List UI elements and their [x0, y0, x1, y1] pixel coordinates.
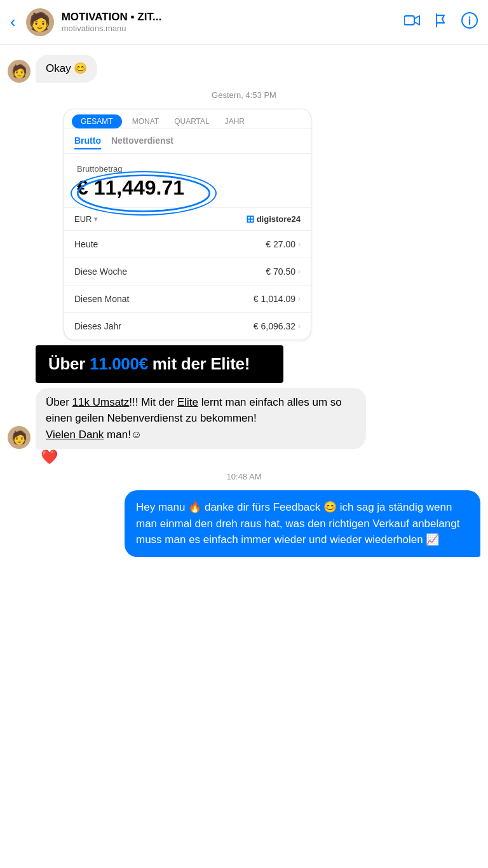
banner-text: Über 11.000€ mit der Elite!	[48, 354, 250, 373]
flag-icon[interactable]	[435, 13, 447, 32]
sent-message-bubble: Hey manu 🔥 danke dir fürs Feedback 😊 ich…	[125, 490, 480, 557]
tab-quartal[interactable]: QUARTAL	[169, 114, 215, 128]
tab-monat[interactable]: MONAT	[127, 114, 164, 128]
toggle-brutto[interactable]: Brutto	[74, 135, 101, 149]
info-icon[interactable]	[461, 12, 478, 32]
amount-value: € 11,449.71	[77, 176, 184, 200]
chat-area: 🧑 Okay 😊 Gestern, 4:53 PM GESAMT MONAT Q…	[0, 45, 488, 577]
currency-label: EUR ▾	[74, 214, 98, 224]
svg-rect-0	[404, 16, 414, 25]
sender-avatar: 🧑	[8, 60, 30, 83]
back-button[interactable]: ‹	[10, 12, 16, 32]
toggle-row: Brutto Nettoverdienst	[64, 129, 311, 154]
video-call-icon[interactable]	[404, 14, 421, 31]
amount-label: Bruttobetrag	[77, 164, 298, 174]
sent-message-row: Hey manu 🔥 danke dir fürs Feedback 😊 ich…	[8, 490, 480, 557]
header-title: MOTIVATION ▪ ZIT...	[62, 11, 396, 24]
message-row-long: 🧑 Über 11k Umsatz!!! Mit der Elite lernt…	[8, 388, 480, 450]
currency-row: EUR ▾ ⊞ digistore24	[64, 207, 311, 230]
timestamp-2: 10:48 AM	[8, 472, 480, 481]
message-bubble-long: Über 11k Umsatz!!! Mit der Elite lernt m…	[36, 388, 366, 450]
timestamp-1: Gestern, 4:53 PM	[8, 90, 480, 100]
card-row-dieses-jahr[interactable]: Dieses Jahr € 6,096.32 ›	[64, 312, 311, 340]
screenshot-card-container: GESAMT MONAT QUARTAL JAHR Brutto Nettove…	[36, 109, 480, 340]
header-info: MOTIVATION ▪ ZIT... motivations.manu	[62, 11, 396, 33]
card-row-diesen-monat[interactable]: Diesen Monat € 1,014.09 ›	[64, 285, 311, 312]
message-row-okay: 🧑 Okay 😊	[8, 55, 480, 83]
toggle-netto[interactable]: Nettoverdienst	[111, 135, 173, 149]
reaction-heart: ❤️	[41, 449, 480, 465]
contact-avatar: 🧑	[26, 8, 54, 36]
sender-avatar-2: 🧑	[8, 426, 30, 449]
digistore-screenshot: GESAMT MONAT QUARTAL JAHR Brutto Nettove…	[64, 109, 311, 340]
card-row-heute[interactable]: Heute € 27.00 ›	[64, 230, 311, 258]
black-banner: Über 11.000€ mit der Elite!	[36, 345, 283, 383]
card-tab-row: GESAMT MONAT QUARTAL JAHR	[64, 109, 311, 129]
tab-gesamt[interactable]: GESAMT	[72, 114, 122, 128]
tab-jahr[interactable]: JAHR	[220, 114, 250, 128]
svg-point-2	[469, 16, 470, 17]
chat-header: ‹ 🧑 MOTIVATION ▪ ZIT... motivations.manu	[0, 0, 488, 45]
card-row-diese-woche[interactable]: Diese Woche € 70.50 ›	[64, 258, 311, 285]
message-bubble-okay: Okay 😊	[36, 55, 97, 83]
digistore-logo: ⊞ digistore24	[246, 213, 301, 225]
amount-section: Bruttobetrag € 11,449.71	[64, 154, 311, 207]
header-subtitle: motivations.manu	[62, 24, 396, 33]
header-actions	[404, 12, 478, 32]
